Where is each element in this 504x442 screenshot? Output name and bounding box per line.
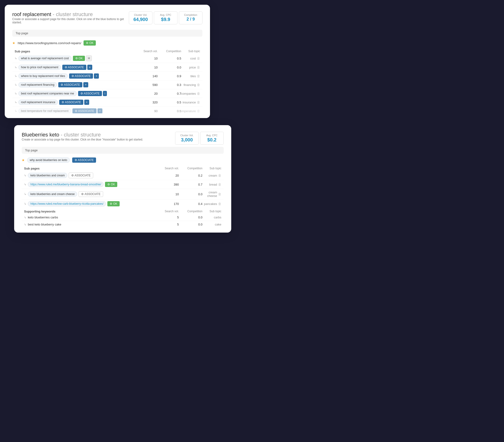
trash-icon[interactable]: 🗑 [197, 83, 200, 87]
subtopic: price [189, 66, 196, 69]
secondary-button[interactable]: + [83, 82, 88, 87]
trash-icon[interactable]: 🗑 [197, 100, 200, 104]
trash-icon[interactable]: 🗑 [218, 192, 221, 196]
cluster-vol-label: Cluster Vol. [133, 14, 148, 16]
search-vol: 20 [129, 92, 158, 95]
table-row: ↳best temperature for roof replacement⚙ … [12, 107, 202, 113]
sub-pages-list-2: ↳keto blueberries and cream⚙ ASSOCIATE20… [22, 171, 224, 208]
secondary-button[interactable]: + [97, 108, 103, 113]
subtopic: cream cheese [202, 191, 217, 198]
cluster-subtitle-dash: - cluster structure [52, 11, 93, 17]
url-tag: https://www.ruled.me/low-carb-blueberry-… [28, 201, 106, 206]
row-actions: ⚙ ASSOCIATE [79, 191, 103, 197]
row-label: ↳best roof replacement companies near me… [15, 91, 129, 96]
top-page-keyword-2: why avoid blueberries on keto [27, 157, 70, 163]
cluster-vol-value-2: 3,000 [180, 137, 194, 143]
competition: 0.7 [179, 183, 202, 186]
secondary-button[interactable]: i [103, 91, 107, 96]
row-label: ↳https://www.ruled.me/blueberry-banana-b… [24, 182, 151, 187]
top-page-section-label: Top page [12, 30, 202, 37]
trash-icon[interactable]: 🗑 [197, 56, 200, 60]
secondary-button[interactable]: ≡ [87, 65, 92, 70]
sub-pages-label: Sub pages [15, 50, 129, 53]
row-label: ↳how to price roof replacement⚙ ASSOCIAT… [15, 65, 129, 70]
trash-icon[interactable]: 🗑 [197, 109, 200, 113]
arrow-icon: ↳ [24, 202, 26, 205]
table-row: ↳best roof replacement companies near me… [12, 89, 202, 98]
top-page-row-2: ★ why avoid blueberries on keto ⚙ ASSOCI… [22, 156, 224, 165]
trash-icon[interactable]: 🗑 [218, 183, 221, 186]
search-vol: 10 [129, 57, 158, 60]
keyword-tag: roof replacement insurance [18, 100, 58, 105]
subtopic-col: companies🗑 [181, 92, 200, 95]
row-actions: ⚙ ASSOCIATE+ [59, 100, 89, 105]
cluster-title: roof replacement - cluster structure [12, 11, 127, 18]
associate-button[interactable]: ⚙ ASSOCIATE [72, 108, 96, 113]
completion-box: Completion 2 / 9 [179, 11, 202, 24]
search-vol: 90 [129, 109, 158, 113]
row-label: ↳best keto blueberry cake [24, 223, 151, 226]
subtopic-col: temperature🗑 [181, 109, 200, 113]
ok-button[interactable]: ⚙ OK [73, 56, 85, 61]
ok-button[interactable]: ⚙ OK [105, 182, 117, 187]
arrow-icon: ↳ [15, 74, 17, 78]
sub-pages-list: ↳what is average roof replacement cost⚙ … [12, 54, 202, 113]
associate-button[interactable]: ⚙ ASSOCIATE [69, 173, 93, 178]
trash-icon[interactable]: 🗑 [197, 92, 200, 95]
top-page-row: ★ https://www.tsroofingsystems.com/roof-… [12, 39, 202, 48]
row-actions: ⚙ ASSOCIATE+ [58, 82, 88, 87]
table-row: ↳roof replacement insurance⚙ ASSOCIATE+3… [12, 98, 202, 107]
competition: 0.5 [158, 101, 181, 104]
associate-button[interactable]: ⚙ ASSOCIATE [78, 91, 102, 96]
table-row: ↳how to price roof replacement⚙ ASSOCIAT… [12, 63, 202, 72]
star-icon: ★ [12, 41, 15, 45]
keyword-tag: best roof replacement companies near me [18, 91, 77, 96]
col-subtopic: Sub topic [181, 50, 200, 53]
subtopic-col: financing🗑 [181, 83, 200, 87]
subtopic-col: cost🗑 [181, 56, 200, 60]
trash-icon[interactable]: 🗑 [197, 65, 200, 69]
keyword-tag: best temperature for roof replacement [18, 108, 71, 113]
row-label: ↳keto blueberries and cream⚙ ASSOCIATE [24, 173, 151, 178]
row-actions: ⚙ OKH [73, 55, 92, 61]
keyword-tag: where to buy replacement roof tiles [18, 74, 68, 79]
avg-cpc-value-2: $0.2 [205, 137, 219, 143]
cluster-title-text: roof replacement [12, 11, 51, 17]
competition: 0.7 [158, 92, 181, 95]
associate-button[interactable]: ⚙ ASSOCIATE [62, 65, 86, 70]
subtopic-col: bread🗑 [202, 183, 221, 186]
secondary-button[interactable]: + [94, 74, 99, 79]
ok-button[interactable]: ⚙ OK [107, 201, 120, 206]
secondary-button[interactable]: H [86, 55, 92, 61]
trash-icon[interactable]: 🗑 [197, 74, 200, 78]
col-competition-2: Competition [179, 167, 202, 170]
cluster-vol-value: 64,900 [133, 17, 148, 22]
arrow-icon: ↳ [24, 223, 26, 226]
associate-button[interactable]: ⚙ ASSOCIATE [79, 191, 103, 197]
cluster-header: roof replacement - cluster structure Cre… [12, 11, 202, 28]
search-vol: 390 [151, 183, 179, 186]
row-actions: ⚙ ASSOCIATE [69, 173, 93, 178]
trash-icon[interactable]: 🗑 [218, 174, 221, 177]
row-actions: ⚙ OK [105, 182, 117, 187]
associate-button[interactable]: ⚙ ASSOCIATE [69, 74, 93, 79]
associate-button[interactable]: ⚙ ASSOCIATE [58, 82, 82, 87]
keyword-text: best keto blueberry cake [28, 223, 61, 226]
associate-button[interactable]: ⚙ ASSOCIATE [59, 100, 83, 105]
col-search-vol-sk: Search vol. [151, 210, 179, 213]
competition: 0.5 [158, 57, 181, 60]
top-page-associate-button[interactable]: ⚙ ASSOCIATE [72, 157, 96, 163]
arrow-icon: ↳ [15, 66, 17, 69]
trash-icon[interactable]: 🗑 [218, 202, 221, 206]
arrow-icon: ↳ [24, 192, 26, 196]
table-row: ↳keto blueberries and cream cheese⚙ ASSO… [22, 189, 224, 200]
top-page-ok-button[interactable]: ⚙ OK [84, 40, 96, 46]
arrow-icon: ↳ [24, 174, 26, 177]
table-row: ↳https://www.ruled.me/low-carb-blueberry… [22, 200, 224, 208]
subtopic-col: insurance🗑 [181, 100, 200, 104]
subtopic: companies [181, 92, 196, 95]
keyword-tag: what is average roof replacement cost [18, 56, 71, 61]
cluster-card-roof-replacement: roof replacement - cluster structure Cre… [5, 5, 210, 118]
secondary-button[interactable]: + [84, 100, 89, 105]
keyword-tag: roof replacement financing [18, 82, 57, 87]
